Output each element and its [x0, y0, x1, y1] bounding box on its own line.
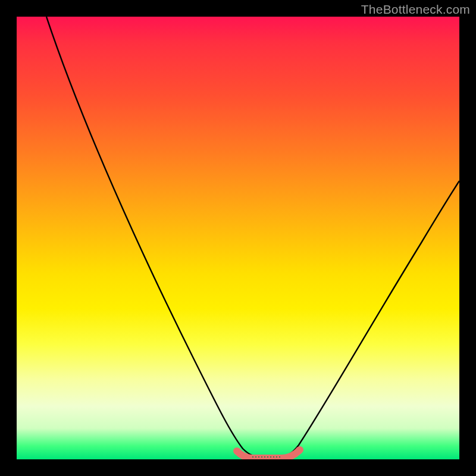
watermark-text: TheBottleneck.com: [361, 2, 470, 17]
chart-plot-area: [17, 17, 459, 459]
marker-dot: [296, 447, 302, 453]
marker-dot: [235, 448, 241, 454]
bottleneck-curve: [17, 17, 459, 459]
curve-path: [46, 17, 459, 457]
chart-frame: TheBottleneck.com: [0, 0, 476, 476]
